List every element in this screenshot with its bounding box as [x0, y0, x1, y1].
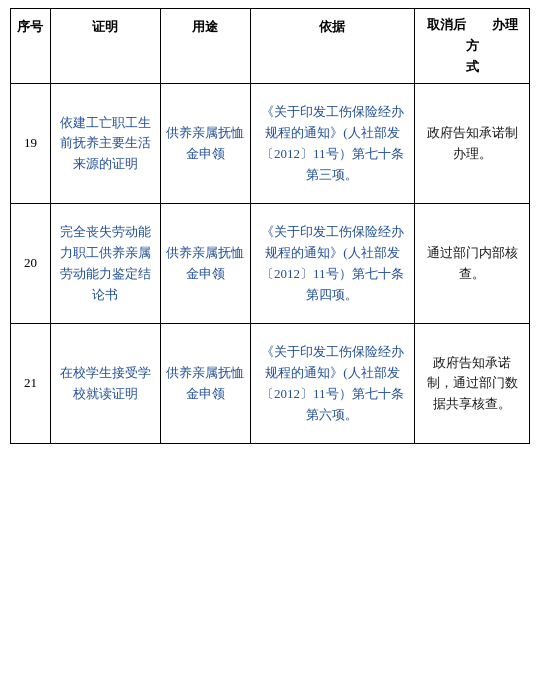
header-cert: 证明: [50, 9, 160, 84]
row-20-basis: 《关于印发工伤保险经办规程的通知》(人社部发〔2012〕11号）第七十条第四项。: [250, 204, 415, 324]
header-seq: 序号: [11, 9, 51, 84]
row-20-method: 通过部门内部核查。: [415, 204, 530, 324]
table-row: 20 完全丧失劳动能力职工供养亲属劳动能力鉴定结论书 供养亲属抚恤金申领 《关于…: [11, 204, 530, 324]
main-table-container: 序号 证明 用途 依据 取消后 办理方 式 19 依建工亡职工生前抚养主要生活来…: [10, 8, 530, 444]
header-method-line2: 办理方: [466, 17, 518, 53]
row-21-basis: 《关于印发工伤保险经办规程的通知》(人社部发〔2012〕11号）第七十条第六项。: [250, 324, 415, 444]
row-19-seq: 19: [11, 84, 51, 204]
row-19-cert: 依建工亡职工生前抚养主要生活来源的证明: [50, 84, 160, 204]
row-21-cert: 在校学生接受学校就读证明: [50, 324, 160, 444]
row-20-cert: 完全丧失劳动能力职工供养亲属劳动能力鉴定结论书: [50, 204, 160, 324]
row-20-seq: 20: [11, 204, 51, 324]
table-row: 19 依建工亡职工生前抚养主要生活来源的证明 供养亲属抚恤金申领 《关于印发工伤…: [11, 84, 530, 204]
header-use: 用途: [160, 9, 250, 84]
table-row: 21 在校学生接受学校就读证明 供养亲属抚恤金申领 《关于印发工伤保险经办规程的…: [11, 324, 530, 444]
row-19-use: 供养亲属抚恤金申领: [160, 84, 250, 204]
header-method: 取消后 办理方 式: [415, 9, 530, 84]
header-method-line1: 取消后: [427, 17, 466, 32]
row-19-basis: 《关于印发工伤保险经办规程的通知》(人社部发〔2012〕11号）第七十条第三项。: [250, 84, 415, 204]
row-21-seq: 21: [11, 324, 51, 444]
header-basis: 依据: [250, 9, 415, 84]
row-21-method: 政府告知承诺制，通过部门数据共享核查。: [415, 324, 530, 444]
row-21-use: 供养亲属抚恤金申领: [160, 324, 250, 444]
row-20-use: 供养亲属抚恤金申领: [160, 204, 250, 324]
header-row: 序号 证明 用途 依据 取消后 办理方 式: [11, 9, 530, 84]
row-19-method: 政府告知承诺制办理。: [415, 84, 530, 204]
header-method-line3: 式: [466, 59, 479, 74]
data-table: 序号 证明 用途 依据 取消后 办理方 式 19 依建工亡职工生前抚养主要生活来…: [10, 8, 530, 444]
